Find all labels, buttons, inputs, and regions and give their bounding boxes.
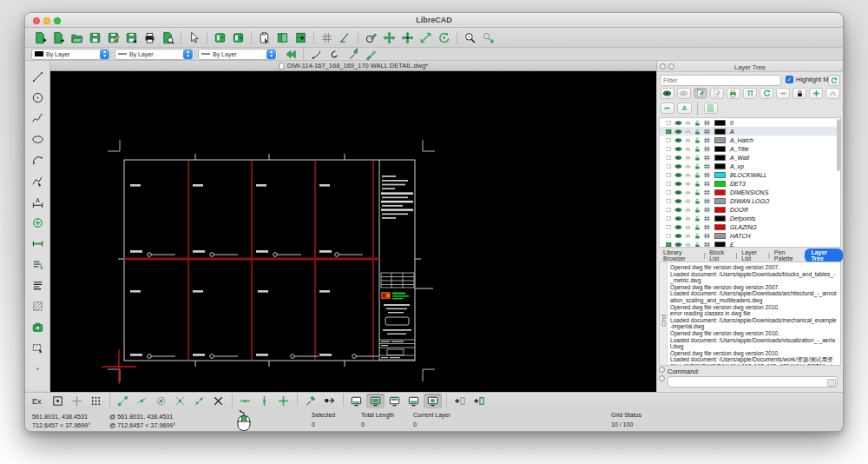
layer-name[interactable]: BLOCKWALL bbox=[730, 172, 767, 178]
lock-flag-icon[interactable] bbox=[694, 180, 701, 188]
layer-color-swatch[interactable] bbox=[714, 163, 726, 169]
zoom-panel-in-icon[interactable] bbox=[230, 30, 247, 46]
construction-flag-icon[interactable] bbox=[665, 206, 673, 214]
rotate-icon[interactable] bbox=[436, 30, 453, 46]
construction-flag-icon[interactable] bbox=[665, 215, 673, 222]
lock-flag-icon[interactable] bbox=[694, 232, 701, 240]
command-dock-icon[interactable] bbox=[659, 367, 665, 373]
layer-name[interactable]: A_Title bbox=[730, 146, 749, 152]
layer-color-swatch[interactable] bbox=[714, 129, 726, 135]
select-window-tool-icon[interactable] bbox=[27, 337, 48, 358]
dock-tab[interactable]: Layer Tree bbox=[805, 249, 843, 262]
order-tool-icon[interactable] bbox=[27, 254, 48, 275]
view-top-icon[interactable] bbox=[385, 394, 404, 408]
rename-layer-icon[interactable] bbox=[710, 88, 724, 99]
print-flag-icon[interactable] bbox=[684, 232, 692, 240]
current-layer-icon[interactable] bbox=[703, 171, 711, 179]
construction-flag-icon[interactable] bbox=[665, 232, 673, 240]
visibility-eye-icon[interactable] bbox=[674, 223, 682, 231]
measure-tool-icon[interactable] bbox=[27, 233, 48, 254]
pen-pick-icon[interactable] bbox=[345, 46, 362, 63]
command-options-icon[interactable] bbox=[827, 379, 836, 387]
layer-row[interactable]: 0 bbox=[660, 118, 840, 127]
lock-flag-icon[interactable] bbox=[694, 241, 701, 249]
move-rotate-icon[interactable] bbox=[399, 30, 417, 46]
dock-tab[interactable]: Library Browser bbox=[661, 249, 701, 262]
layer-color-swatch[interactable] bbox=[714, 146, 726, 152]
select-layer-icon[interactable]: A bbox=[677, 103, 692, 114]
layer-row[interactable]: A_vp bbox=[660, 162, 840, 170]
current-layer-icon[interactable] bbox=[703, 162, 711, 170]
current-layer-icon[interactable] bbox=[703, 197, 711, 205]
merge-layer-icon[interactable] bbox=[825, 88, 839, 99]
layer-row[interactable]: £ bbox=[660, 240, 840, 248]
view-main-icon[interactable] bbox=[347, 394, 365, 408]
dock-tab[interactable]: Pen Palette bbox=[772, 249, 804, 262]
lock-flag-icon[interactable] bbox=[694, 171, 701, 179]
layer-name[interactable]: A_vp bbox=[730, 163, 744, 169]
visibility-eye-icon[interactable] bbox=[674, 171, 682, 179]
print-flag-icon[interactable] bbox=[684, 241, 692, 249]
zoom-magnifier-icon[interactable] bbox=[462, 30, 479, 46]
scale-icon[interactable] bbox=[418, 30, 435, 46]
command-input[interactable] bbox=[670, 378, 825, 386]
print-flag-icon[interactable] bbox=[684, 197, 692, 205]
print-flag-icon[interactable] bbox=[684, 223, 692, 231]
combo-stepper-icon[interactable]: ▲▼ bbox=[183, 50, 193, 59]
snap-off-icon[interactable] bbox=[209, 394, 227, 408]
layer-row[interactable]: A_Hatch bbox=[660, 136, 840, 144]
construction-flag-icon[interactable] bbox=[665, 154, 673, 162]
layer-color-swatch[interactable] bbox=[714, 172, 726, 178]
lock-flag-icon[interactable] bbox=[694, 145, 701, 153]
snap-center-icon[interactable] bbox=[152, 394, 170, 408]
view-detail-icon[interactable] bbox=[424, 394, 442, 408]
layer-name[interactable]: A bbox=[730, 129, 734, 135]
freeze-layer-icon[interactable] bbox=[776, 88, 790, 99]
layer-row[interactable]: A_Title bbox=[660, 144, 840, 153]
visibility-eye-icon[interactable] bbox=[674, 162, 682, 170]
construction-flag-icon[interactable] bbox=[665, 128, 673, 136]
new-from-template-icon[interactable] bbox=[50, 30, 68, 46]
visibility-eye-icon[interactable] bbox=[674, 145, 682, 153]
layer-name[interactable]: DOOR bbox=[730, 207, 748, 213]
visibility-eye-icon[interactable] bbox=[674, 154, 682, 162]
visibility-eye-icon[interactable] bbox=[674, 180, 682, 188]
line-tool-icon[interactable] bbox=[27, 66, 48, 87]
layer-row[interactable]: DET3 bbox=[660, 179, 840, 188]
layer-name[interactable]: HATCH bbox=[730, 233, 751, 239]
layer-name[interactable]: A_Hatch bbox=[730, 137, 753, 143]
visibility-eye-icon[interactable] bbox=[674, 128, 682, 136]
paste-clipboard-icon[interactable] bbox=[256, 30, 273, 46]
layer-list-scrollbar[interactable] bbox=[837, 119, 840, 171]
pen-linetype-combo[interactable]: By Layer ▲▼ bbox=[198, 49, 278, 60]
pen-settings-icon[interactable] bbox=[363, 30, 380, 46]
restrict-vertical-icon[interactable] bbox=[255, 394, 273, 408]
restrict-nothing-icon[interactable] bbox=[274, 394, 293, 408]
spline-tool-icon[interactable] bbox=[27, 108, 48, 129]
print-layer-icon[interactable] bbox=[727, 88, 740, 99]
construction-flag-icon[interactable] bbox=[665, 241, 673, 249]
print-flag-icon[interactable] bbox=[684, 162, 692, 170]
visibility-eye-icon[interactable] bbox=[674, 197, 682, 205]
layer-color-swatch[interactable] bbox=[714, 155, 726, 161]
save-file-icon[interactable] bbox=[87, 30, 104, 46]
print-flag-icon[interactable] bbox=[684, 171, 692, 179]
layer-row[interactable]: Defpoints bbox=[660, 214, 840, 222]
highlight-mode-checkbox-icon[interactable]: ✓ bbox=[786, 76, 793, 83]
open-file-icon[interactable] bbox=[69, 30, 86, 46]
add-view-icon[interactable] bbox=[450, 394, 469, 408]
point-tool-icon[interactable] bbox=[27, 358, 48, 379]
print-flag-icon[interactable] bbox=[684, 119, 692, 127]
layer-name[interactable]: Defpoints bbox=[730, 215, 756, 222]
undo-double-icon[interactable] bbox=[282, 46, 299, 63]
ortho-angle-icon[interactable] bbox=[337, 30, 354, 46]
layer-row[interactable]: A_Wall bbox=[660, 153, 840, 162]
current-layer-icon[interactable] bbox=[703, 232, 711, 240]
lock-flag-icon[interactable] bbox=[694, 215, 701, 222]
combo-stepper-icon[interactable]: ▲▼ bbox=[100, 50, 109, 59]
add-view-2-icon[interactable] bbox=[470, 394, 488, 408]
snap-middle-icon[interactable] bbox=[171, 394, 189, 408]
layer-row[interactable]: GLAZING bbox=[660, 222, 840, 231]
construction-flag-icon[interactable] bbox=[665, 171, 673, 179]
layer-name[interactable]: DIMENSIONS bbox=[730, 189, 768, 196]
